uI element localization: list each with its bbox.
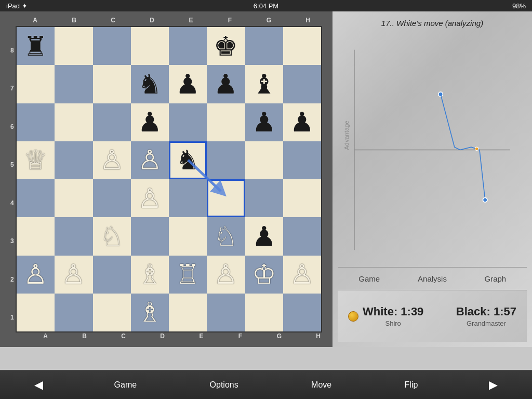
piece-white-knight-c3: ♘ — [100, 223, 124, 250]
tab-game[interactable]: Game — [338, 268, 401, 290]
svg-point-7 — [475, 147, 478, 150]
square-a1[interactable] — [17, 294, 55, 331]
square-f1[interactable] — [207, 294, 245, 331]
back-button[interactable]: ◀ — [26, 374, 51, 396]
square-g1[interactable] — [245, 294, 283, 331]
tab-graph[interactable]: Graph — [464, 268, 527, 290]
square-a2[interactable]: ♙ — [17, 256, 55, 294]
status-left: iPad ✦ — [6, 2, 28, 10]
square-d4[interactable]: ♙ — [131, 179, 169, 217]
square-h5[interactable] — [283, 141, 321, 179]
square-c3[interactable]: ♘ — [93, 217, 131, 255]
piece-white-pawn-h2: ♙ — [290, 261, 314, 288]
square-b3[interactable] — [55, 217, 92, 255]
square-g2[interactable]: ♔ — [245, 256, 283, 294]
square-h1[interactable] — [283, 294, 321, 331]
square-e6[interactable] — [169, 103, 207, 141]
square-e3[interactable] — [169, 217, 207, 255]
svg-text:Advantage: Advantage — [343, 121, 350, 150]
square-e5[interactable]: ♞ — [169, 141, 207, 179]
square-g7[interactable]: ♝ — [245, 65, 283, 103]
square-h2[interactable]: ♙ — [283, 256, 321, 294]
square-d6[interactable]: ♟ — [131, 103, 169, 141]
white-player-indicator — [348, 311, 363, 322]
game-button[interactable]: Game — [104, 376, 148, 394]
move-button[interactable]: Move — [301, 376, 342, 394]
square-d8[interactable] — [131, 27, 169, 65]
forward-button[interactable]: ▶ — [481, 374, 506, 396]
square-f8[interactable]: ♚ — [207, 27, 245, 65]
chess-board[interactable]: ♜ ♚ — [16, 26, 322, 332]
square-e7[interactable]: ♟ — [169, 65, 207, 103]
square-h7[interactable] — [283, 65, 321, 103]
square-d7[interactable]: ♞ — [131, 65, 169, 103]
square-e4[interactable] — [169, 179, 207, 217]
row-3: 3 — [10, 222, 14, 261]
square-b4[interactable] — [55, 179, 92, 217]
square-c2[interactable] — [93, 256, 131, 294]
square-c1[interactable] — [93, 294, 131, 331]
piece-black-pawn-d6: ♟ — [138, 109, 162, 136]
tab-analysis[interactable]: Analysis — [401, 268, 463, 290]
piece-white-pawn-f2: ♙ — [214, 261, 238, 288]
square-g6[interactable]: ♟ — [245, 103, 283, 141]
square-a3[interactable] — [17, 217, 55, 255]
col-e: E — [171, 17, 210, 26]
square-d1[interactable]: ♗ — [131, 294, 169, 331]
row-8: 8 — [10, 31, 14, 70]
square-c6[interactable] — [93, 103, 131, 141]
square-h6[interactable]: ♟ — [283, 103, 321, 141]
piece-white-pawn-b2: ♙ — [61, 261, 86, 288]
piece-white-king-g2: ♔ — [252, 261, 276, 288]
square-c5[interactable]: ♙ — [93, 141, 131, 179]
square-f7[interactable]: ♟ — [207, 65, 245, 103]
flip-button[interactable]: Flip — [394, 376, 429, 394]
bottom-toolbar: ◀ Game Options Move Flip ▶ — [0, 370, 532, 399]
options-button[interactable]: Options — [200, 376, 249, 394]
square-c7[interactable] — [93, 65, 131, 103]
square-h4[interactable] — [283, 179, 321, 217]
square-e8[interactable] — [169, 27, 207, 65]
col-f: F — [210, 17, 249, 26]
square-g5[interactable] — [245, 141, 283, 179]
square-e1[interactable] — [169, 294, 207, 331]
col-d: D — [132, 17, 171, 26]
analysis-title: 17.. White's move (analyzing) — [338, 17, 527, 30]
square-h8[interactable] — [283, 27, 321, 65]
square-d5[interactable]: ♙ — [131, 141, 169, 179]
right-panel: 17.. White's move (analyzing) Advantage — [332, 11, 532, 347]
black-name: Grandmaster — [456, 320, 516, 327]
row-5: 5 — [10, 146, 14, 184]
square-b2[interactable]: ♙ — [55, 256, 92, 294]
col-labels-top: A B C D E F G H — [16, 17, 327, 26]
square-d3[interactable] — [131, 217, 169, 255]
square-c8[interactable] — [93, 27, 131, 65]
square-b7[interactable] — [55, 65, 92, 103]
square-b8[interactable] — [55, 27, 92, 65]
square-e2[interactable]: ♖ — [169, 256, 207, 294]
square-c4[interactable] — [93, 179, 131, 217]
square-f3[interactable]: ♘ — [207, 217, 245, 255]
square-g8[interactable] — [245, 27, 283, 65]
square-b5[interactable] — [55, 141, 92, 179]
col-bottom-f: F — [221, 332, 260, 342]
square-a7[interactable] — [17, 65, 55, 103]
piece-black-pawn-g6: ♟ — [252, 109, 276, 136]
square-a8[interactable]: ♜ — [17, 27, 55, 65]
square-g3[interactable]: ♟ — [245, 217, 283, 255]
square-b6[interactable] — [55, 103, 92, 141]
row-1: 1 — [10, 299, 14, 337]
square-a6[interactable] — [17, 103, 55, 141]
square-f6[interactable] — [207, 103, 245, 141]
square-h3[interactable] — [283, 217, 321, 255]
tab-bar: Game Analysis Graph — [338, 267, 527, 290]
square-f5[interactable] — [207, 141, 245, 179]
square-f2[interactable]: ♙ — [207, 256, 245, 294]
square-g4[interactable] — [245, 179, 283, 217]
row-6: 6 — [10, 108, 14, 146]
square-a5[interactable]: ♕ — [17, 141, 55, 179]
square-d2[interactable]: ♗ — [131, 256, 169, 294]
square-f4[interactable] — [207, 179, 245, 217]
square-b1[interactable] — [55, 294, 92, 331]
square-a4[interactable] — [17, 179, 55, 217]
